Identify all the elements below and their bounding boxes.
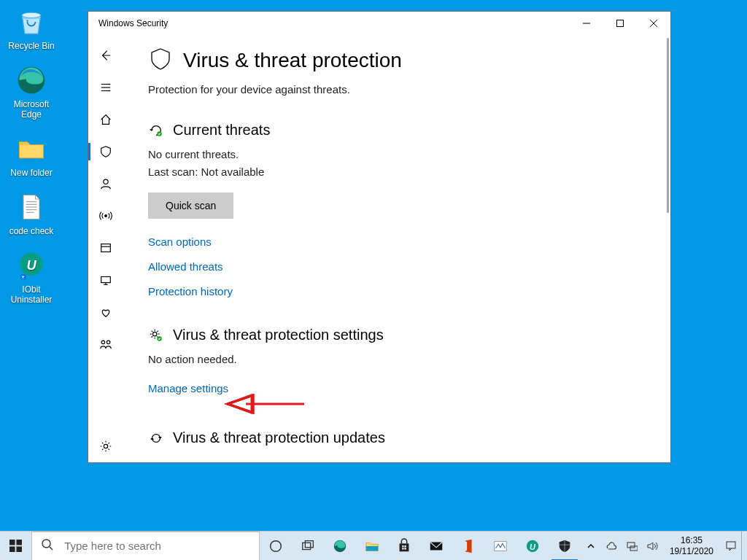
- folder-icon: [15, 133, 47, 165]
- shield-icon: [148, 47, 173, 74]
- nav-virus-protection[interactable]: [88, 136, 123, 168]
- page-title: Virus & threat protection: [183, 49, 402, 72]
- search-input[interactable]: [63, 539, 250, 553]
- desktop-icon-label: New folder: [10, 168, 52, 178]
- window-title: Windows Security: [98, 18, 570, 28]
- taskbar-mail[interactable]: [420, 532, 452, 561]
- desktop-icon-iobit[interactable]: U IObit Uninstaller: [3, 249, 60, 305]
- scrollbar[interactable]: [667, 38, 669, 213]
- close-button[interactable]: [637, 12, 670, 35]
- svg-point-36: [42, 540, 50, 548]
- taskbar-clock[interactable]: 16:35 19/11/2020: [662, 535, 721, 556]
- desktop-icon-label: code check: [9, 226, 54, 236]
- threats-status: No current threats.: [148, 146, 649, 163]
- desktop-icon-code-check[interactable]: code check: [3, 191, 60, 236]
- taskbar-iobit[interactable]: U: [516, 532, 549, 561]
- clock-time: 16:35: [681, 535, 703, 545]
- recycle-bin-icon: [15, 6, 47, 38]
- svg-point-17: [104, 179, 108, 184]
- svg-point-38: [271, 540, 282, 551]
- svg-point-0: [22, 12, 41, 18]
- updates-icon: [148, 431, 164, 446]
- svg-text:U: U: [530, 542, 536, 551]
- svg-rect-34: [9, 546, 15, 552]
- nav-account-protection[interactable]: [88, 168, 123, 200]
- taskbar-snip[interactable]: [484, 532, 516, 561]
- svg-rect-51: [627, 542, 635, 548]
- vtp-settings-title: Virus & threat protection settings: [173, 327, 384, 343]
- svg-rect-52: [630, 546, 638, 551]
- nav-device-security[interactable]: [88, 264, 123, 296]
- minimize-button[interactable]: [570, 12, 603, 35]
- last-scan-status: Last scan: Not available: [148, 163, 649, 181]
- taskbar-edge[interactable]: [324, 532, 356, 561]
- start-button[interactable]: [0, 532, 31, 561]
- scan-options-link[interactable]: Scan options: [148, 233, 649, 251]
- manage-settings-link[interactable]: Manage settings: [148, 380, 649, 397]
- desktop-icon-recycle-bin[interactable]: Recycle Bin: [3, 6, 60, 51]
- svg-point-26: [104, 444, 107, 448]
- desktop-icon-edge[interactable]: Microsoft Edge: [3, 64, 60, 120]
- scan-icon: [148, 123, 164, 138]
- maximize-button[interactable]: [603, 12, 637, 35]
- svg-point-25: [107, 341, 110, 344]
- taskbar-windows-security[interactable]: [549, 532, 581, 561]
- nav-app-browser[interactable]: [88, 232, 123, 264]
- tray-volume[interactable]: [642, 532, 662, 561]
- current-threats-title: Current threats: [173, 122, 270, 139]
- svg-rect-48: [495, 541, 507, 551]
- task-view-button[interactable]: [292, 532, 324, 561]
- svg-rect-35: [17, 546, 23, 552]
- protection-history-link[interactable]: Protection history: [148, 283, 649, 300]
- titlebar[interactable]: Windows Security: [88, 12, 670, 35]
- tray-network[interactable]: [622, 532, 642, 561]
- allowed-threats-link[interactable]: Allowed threats: [148, 258, 649, 276]
- settings-status: No action needed.: [148, 351, 649, 368]
- cortana-button[interactable]: [260, 532, 292, 561]
- content-area: Virus & threat protection Protection for…: [123, 35, 670, 462]
- svg-text:U: U: [26, 257, 36, 273]
- vtp-updates-title: Virus & threat protection updates: [173, 429, 385, 446]
- svg-rect-42: [366, 546, 379, 551]
- settings-section-icon: [148, 328, 164, 343]
- svg-point-28: [152, 332, 156, 335]
- search-icon: [41, 538, 54, 554]
- svg-rect-46: [404, 548, 406, 549]
- svg-line-37: [50, 547, 53, 550]
- svg-rect-19: [101, 244, 111, 252]
- nav-settings[interactable]: [88, 430, 123, 462]
- svg-rect-45: [402, 548, 403, 549]
- taskbar-store[interactable]: [388, 532, 420, 561]
- page-subtitle: Protection for your device against threa…: [148, 83, 649, 96]
- svg-rect-44: [404, 545, 406, 547]
- quick-scan-button[interactable]: Quick scan: [148, 192, 233, 219]
- desktop-icon-label: Recycle Bin: [8, 41, 54, 51]
- tray-onedrive[interactable]: [601, 532, 622, 561]
- taskbar-office[interactable]: [452, 532, 484, 561]
- taskbar-file-explorer[interactable]: [356, 532, 388, 561]
- desktop-icon-label: Microsoft Edge: [3, 99, 60, 120]
- windows-security-window: Windows Security Virus & threat protecti…: [88, 11, 671, 463]
- svg-rect-39: [303, 542, 311, 549]
- svg-point-18: [105, 215, 107, 217]
- action-center-button[interactable]: [721, 532, 741, 561]
- show-desktop-button[interactable]: [741, 532, 746, 561]
- nav-family-options[interactable]: [88, 328, 123, 360]
- nav-hamburger-button[interactable]: [88, 71, 123, 104]
- text-file-icon: [15, 191, 47, 223]
- current-threats-section: Current threats No current threats. Last…: [148, 122, 649, 300]
- nav-firewall[interactable]: [88, 200, 123, 232]
- edge-icon: [15, 64, 47, 96]
- desktop-icon-label: IObit Uninstaller: [3, 284, 60, 305]
- taskbar-search[interactable]: [31, 532, 260, 561]
- nav-back-button[interactable]: [88, 39, 123, 71]
- svg-point-24: [101, 341, 105, 344]
- desktop-icon-new-folder[interactable]: New folder: [3, 133, 60, 178]
- system-tray: 16:35 19/11/2020: [581, 532, 747, 561]
- taskbar: U 16:35 19/11/2020: [0, 531, 747, 560]
- svg-rect-21: [101, 277, 111, 283]
- nav-device-performance[interactable]: [88, 296, 123, 328]
- nav-home[interactable]: [88, 104, 123, 136]
- svg-rect-32: [9, 540, 15, 545]
- tray-overflow[interactable]: [581, 532, 601, 561]
